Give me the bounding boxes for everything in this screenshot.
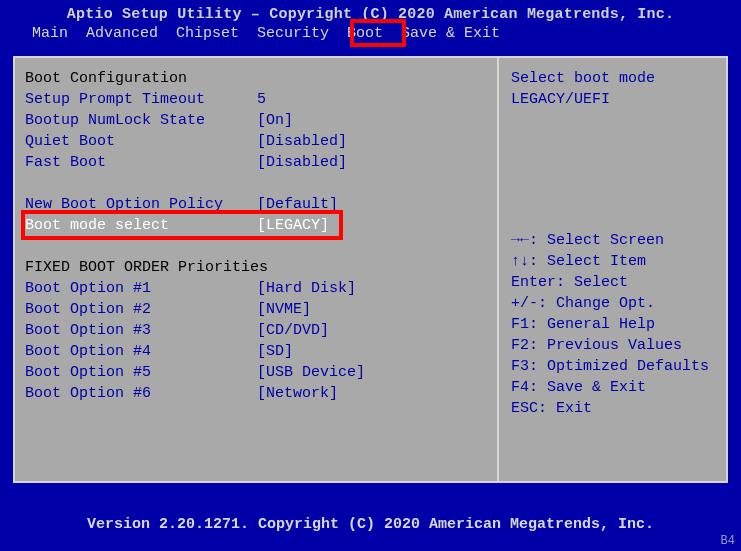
option-label: New Boot Option Policy — [25, 194, 257, 215]
option-label: Boot Option #1 — [25, 278, 257, 299]
option-label: Setup Prompt Timeout — [25, 89, 257, 110]
option-value: [Disabled] — [257, 131, 487, 152]
right-pane: Select boot mode LEGACY/UEFI →←: Select … — [497, 58, 726, 481]
panel-frame: Boot Configuration Setup Prompt Timeout … — [13, 56, 728, 483]
option-boot-option-2[interactable]: Boot Option #2 [NVME] — [25, 299, 487, 320]
section-boot-config: Boot Configuration — [25, 68, 187, 89]
footer-version: Version 2.20.1271. Copyright (C) 2020 Am… — [0, 516, 741, 533]
option-bootup-numlock[interactable]: Bootup NumLock State [On] — [25, 110, 487, 131]
nav-f3: F3: Optimized Defaults — [511, 356, 716, 377]
nav-f2: F2: Previous Values — [511, 335, 716, 356]
option-value: [Default] — [257, 194, 487, 215]
bios-screen: Aptio Setup Utility – Copyright (C) 2020… — [0, 0, 741, 551]
option-fast-boot[interactable]: Fast Boot [Disabled] — [25, 152, 487, 173]
tab-security[interactable]: Security — [255, 25, 331, 42]
option-value: [Network] — [257, 383, 487, 404]
option-value: [Disabled] — [257, 152, 487, 173]
nav-change-opt: +/-: Change Opt. — [511, 293, 716, 314]
option-boot-option-5[interactable]: Boot Option #5 [USB Device] — [25, 362, 487, 383]
option-setup-prompt-timeout[interactable]: Setup Prompt Timeout 5 — [25, 89, 487, 110]
option-value: [NVME] — [257, 299, 487, 320]
nav-select-screen: →←: Select Screen — [511, 230, 716, 251]
left-pane: Boot Configuration Setup Prompt Timeout … — [15, 58, 497, 481]
option-value: [On] — [257, 110, 487, 131]
nav-esc: ESC: Exit — [511, 398, 716, 419]
tab-advanced[interactable]: Advanced — [84, 25, 160, 42]
option-new-boot-option-policy[interactable]: New Boot Option Policy [Default] — [25, 194, 487, 215]
option-label: Bootup NumLock State — [25, 110, 257, 131]
option-value: [SD] — [257, 341, 487, 362]
option-label: Boot Option #5 — [25, 362, 257, 383]
option-boot-option-3[interactable]: Boot Option #3 [CD/DVD] — [25, 320, 487, 341]
option-label: Fast Boot — [25, 152, 257, 173]
nav-f4: F4: Save & Exit — [511, 377, 716, 398]
option-boot-option-4[interactable]: Boot Option #4 [SD] — [25, 341, 487, 362]
option-boot-option-6[interactable]: Boot Option #6 [Network] — [25, 383, 487, 404]
option-value: [Hard Disk] — [257, 278, 487, 299]
option-label: Quiet Boot — [25, 131, 257, 152]
nav-f1: F1: General Help — [511, 314, 716, 335]
option-value: [CD/DVD] — [257, 320, 487, 341]
option-boot-mode-select[interactable]: Boot mode select [LEGACY] — [25, 215, 487, 236]
option-label: Boot mode select — [25, 215, 257, 236]
tab-chipset[interactable]: Chipset — [174, 25, 241, 42]
option-label: Boot Option #6 — [25, 383, 257, 404]
section-fixed-boot-order: FIXED BOOT ORDER Priorities — [25, 257, 268, 278]
help-line-1: Select boot mode — [511, 68, 716, 89]
option-value: 5 — [257, 89, 487, 110]
tab-save-exit[interactable]: Save & Exit — [399, 25, 502, 42]
option-label: Boot Option #3 — [25, 320, 257, 341]
option-label: Boot Option #4 — [25, 341, 257, 362]
tab-boot[interactable]: Boot — [345, 25, 385, 42]
nav-select-item: ↑↓: Select Item — [511, 251, 716, 272]
option-boot-option-1[interactable]: Boot Option #1 [Hard Disk] — [25, 278, 487, 299]
option-quiet-boot[interactable]: Quiet Boot [Disabled] — [25, 131, 487, 152]
help-line-2: LEGACY/UEFI — [511, 89, 716, 110]
menu-bar: Main Advanced Chipset Security Boot Save… — [0, 23, 741, 45]
page-badge: B4 — [721, 534, 735, 548]
option-value: [USB Device] — [257, 362, 487, 383]
option-label: Boot Option #2 — [25, 299, 257, 320]
option-value: [LEGACY] — [257, 215, 487, 236]
tab-main[interactable]: Main — [30, 25, 70, 42]
header-title: Aptio Setup Utility – Copyright (C) 2020… — [0, 0, 741, 23]
nav-enter: Enter: Select — [511, 272, 716, 293]
